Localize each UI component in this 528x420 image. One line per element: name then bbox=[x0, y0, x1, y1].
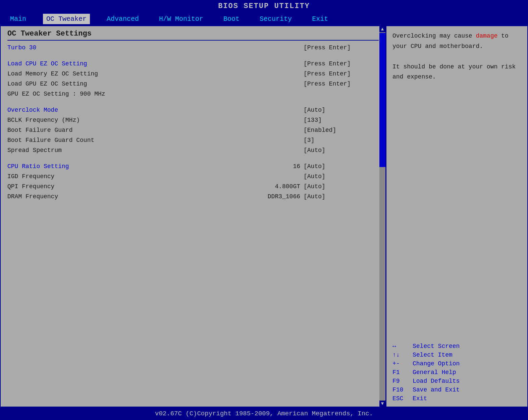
key-row-select-screen: ↔ Select Screen bbox=[392, 343, 521, 350]
table-row: GPU EZ OC Setting : 900 MHz bbox=[7, 89, 371, 99]
setting-label-boot-guard-count: Boot Failure Guard Count bbox=[7, 137, 304, 144]
scrollbar-up-arrow[interactable]: ▲ bbox=[379, 26, 385, 32]
nav-oc-tweaker[interactable]: OC Tweaker bbox=[43, 14, 90, 24]
key-code-f10: F10 bbox=[392, 386, 413, 393]
key-desc-save-exit: Save and Exit bbox=[413, 386, 460, 393]
table-row[interactable]: CPU Ratio Setting 16 [Auto] bbox=[7, 161, 371, 171]
setting-label-cpu-ratio: CPU Ratio Setting bbox=[7, 163, 273, 170]
setting-value-qpi: [Auto] bbox=[304, 183, 371, 190]
left-panel: OC Tweaker Settings Turbo 30 [Press Ente… bbox=[1, 26, 386, 407]
setting-value-dram: [Auto] bbox=[304, 193, 371, 200]
table-row[interactable]: Overclock Mode [Auto] bbox=[7, 105, 371, 115]
setting-value-bclk: [133] bbox=[304, 117, 371, 123]
key-code-f1: F1 bbox=[392, 369, 413, 376]
setting-label-oc-mode: Overclock Mode bbox=[7, 107, 304, 113]
settings-list: Turbo 30 [Press Enter] Load CPU EZ OC Se… bbox=[7, 43, 379, 202]
table-row[interactable]: Load GPU EZ OC Setting [Press Enter] bbox=[7, 79, 371, 89]
setting-label-dram: DRAM Frequency bbox=[7, 193, 268, 200]
key-code-updown: ↑↓ bbox=[392, 352, 413, 358]
help-text-pre: Overclocking may cause bbox=[392, 33, 476, 39]
key-desc-load-defaults: Load Defaults bbox=[413, 378, 460, 384]
key-desc-select-item: Select Item bbox=[413, 352, 453, 358]
setting-value-boot-guard: [Enabled] bbox=[304, 127, 371, 134]
table-row[interactable]: Load CPU EZ OC Setting [Press Enter] bbox=[7, 59, 371, 69]
table-row[interactable]: BCLK Frequency (MHz) [133] bbox=[7, 115, 371, 125]
key-desc-esc-exit: Exit bbox=[413, 395, 427, 402]
setting-label-gpu-ez: Load GPU EZ OC Setting bbox=[7, 81, 304, 87]
key-row-esc-exit: ESC Exit bbox=[392, 395, 521, 402]
key-desc-general-help: General Help bbox=[413, 369, 456, 376]
table-row[interactable]: DRAM Frequency DDR3_1066 [Auto] bbox=[7, 192, 371, 202]
setting-label-igd: IGD Frequency bbox=[7, 173, 304, 180]
nav-exit[interactable]: Exit bbox=[309, 14, 331, 24]
setting-label-spread: Spread Spectrum bbox=[7, 147, 304, 154]
key-code-f9: F9 bbox=[392, 378, 413, 384]
key-row-save-exit: F10 Save and Exit bbox=[392, 386, 521, 393]
setting-value-oc-mode: [Auto] bbox=[304, 107, 371, 113]
table-row[interactable]: IGD Frequency [Auto] bbox=[7, 171, 371, 181]
setting-value-igd: [Auto] bbox=[304, 173, 371, 180]
nav-advanced[interactable]: Advanced bbox=[103, 14, 142, 24]
key-desc-select-screen: Select Screen bbox=[413, 343, 460, 350]
key-row-load-defaults: F9 Load Defaults bbox=[392, 378, 521, 384]
main-content: OC Tweaker Settings Turbo 30 [Press Ente… bbox=[0, 25, 528, 407]
setting-value-mem-ez: [Press Enter] bbox=[304, 70, 371, 77]
key-row-change-option: +- Change Option bbox=[392, 360, 521, 367]
key-code-esc: ESC bbox=[392, 395, 413, 402]
table-row[interactable]: QPI Frequency 4.800GT [Auto] bbox=[7, 181, 371, 192]
key-legend: ↔ Select Screen ↑↓ Select Item +- Change… bbox=[392, 343, 521, 402]
setting-label-qpi: QPI Frequency bbox=[7, 183, 273, 190]
table-row[interactable]: Turbo 30 [Press Enter] bbox=[7, 43, 371, 53]
nav-bar: Main OC Tweaker Advanced H/W Monitor Boo… bbox=[0, 12, 528, 25]
nav-main[interactable]: Main bbox=[7, 14, 30, 24]
section-title: OC Tweaker Settings bbox=[7, 30, 379, 41]
nav-boot[interactable]: Boot bbox=[220, 14, 243, 24]
setting-value-boot-guard-count: [3] bbox=[304, 137, 371, 144]
scrollbar[interactable]: ▲ ▼ bbox=[379, 26, 385, 407]
setting-extra-dram: DDR3_1066 bbox=[268, 193, 300, 200]
help-text: Overclocking may cause damage to your CP… bbox=[392, 31, 521, 82]
help-text-damage: damage bbox=[476, 33, 497, 39]
nav-hw-monitor[interactable]: H/W Monitor bbox=[156, 14, 207, 24]
setting-label-gpu-mhz: GPU EZ OC Setting : 900 MHz bbox=[7, 91, 371, 97]
setting-label-cpu-ez: Load CPU EZ OC Setting bbox=[7, 60, 304, 67]
key-row-general-help: F1 General Help bbox=[392, 369, 521, 376]
setting-label-bclk: BCLK Frequency (MHz) bbox=[7, 117, 304, 123]
setting-extra-qpi: 4.800GT bbox=[273, 183, 300, 190]
setting-label-boot-guard: Boot Failure Guard bbox=[7, 127, 304, 134]
key-desc-change-option: Change Option bbox=[413, 360, 460, 367]
setting-value-gpu-ez: [Press Enter] bbox=[304, 81, 371, 87]
setting-value-turbo30: [Press Enter] bbox=[304, 44, 371, 51]
key-code-plusminus: +- bbox=[392, 360, 413, 367]
key-code-arrows: ↔ bbox=[392, 343, 413, 350]
footer: v02.67C (C)Copyright 1985-2009, American… bbox=[0, 407, 528, 420]
table-row[interactable]: Boot Failure Guard [Enabled] bbox=[7, 125, 371, 135]
table-row[interactable]: Load Memory EZ OC Setting [Press Enter] bbox=[7, 69, 371, 79]
setting-label-mem-ez: Load Memory EZ OC Setting bbox=[7, 70, 304, 77]
setting-value-cpu-ratio: [Auto] bbox=[304, 163, 371, 170]
nav-security[interactable]: Security bbox=[256, 14, 295, 24]
setting-label-turbo30: Turbo 30 bbox=[7, 44, 304, 51]
table-row[interactable]: Spread Spectrum [Auto] bbox=[7, 145, 371, 155]
bios-title: BIOS SETUP UTILITY bbox=[0, 0, 528, 12]
scrollbar-down-arrow[interactable]: ▼ bbox=[379, 401, 385, 407]
scrollbar-thumb[interactable] bbox=[379, 33, 385, 167]
right-panel: Overclocking may cause damage to your CP… bbox=[386, 26, 527, 407]
setting-extra-cpu-ratio: 16 bbox=[273, 163, 300, 170]
help-text-risk: It should be done at your own risk and e… bbox=[392, 63, 516, 81]
table-row[interactable]: Boot Failure Guard Count [3] bbox=[7, 135, 371, 145]
setting-value-cpu-ez: [Press Enter] bbox=[304, 60, 371, 67]
key-row-select-item: ↑↓ Select Item bbox=[392, 352, 521, 358]
setting-value-spread: [Auto] bbox=[304, 147, 371, 154]
